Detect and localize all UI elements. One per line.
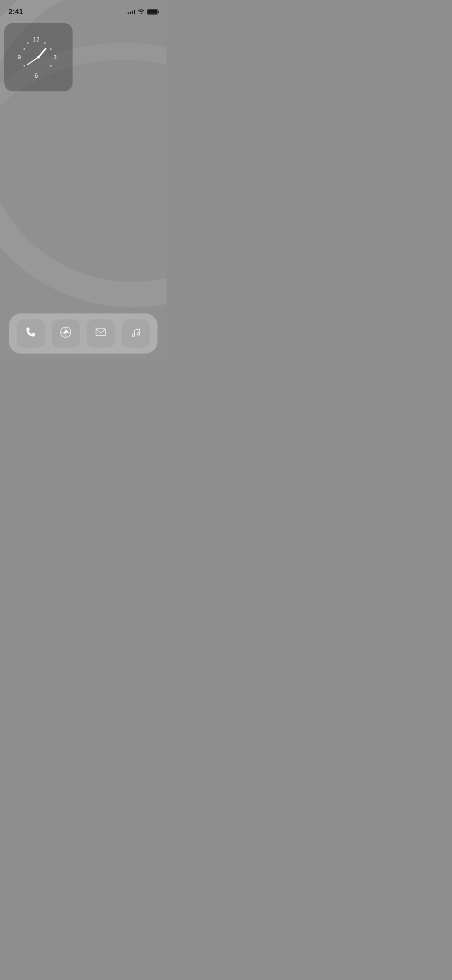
svg-point-6 [50, 65, 52, 67]
status-time: 2:41 [9, 8, 23, 16]
svg-text:12: 12 [33, 36, 40, 43]
dock-music[interactable] [122, 319, 150, 348]
clock-widget[interactable]: 12 3 6 9 WidgetClub [4, 23, 73, 98]
svg-text:6: 6 [35, 72, 38, 79]
status-icons [128, 9, 158, 15]
svg-point-12 [37, 56, 40, 59]
svg-point-7 [23, 65, 25, 67]
svg-point-4 [44, 42, 46, 44]
dock-phone[interactable] [17, 319, 45, 348]
status-bar: 2:41 [0, 0, 166, 19]
battery-icon [147, 9, 158, 15]
safari-icon [59, 326, 72, 342]
music-icon [129, 326, 142, 342]
svg-point-5 [50, 48, 52, 50]
svg-point-8 [23, 48, 25, 50]
signal-icon [128, 10, 135, 14]
svg-text:9: 9 [17, 54, 21, 61]
svg-line-10 [28, 57, 38, 64]
mail-icon [94, 326, 107, 342]
wifi-icon [138, 9, 145, 15]
phone-icon [24, 326, 37, 342]
svg-point-9 [27, 42, 29, 44]
svg-text:3: 3 [53, 54, 57, 61]
dock [9, 313, 157, 354]
svg-line-11 [38, 49, 46, 57]
dock-safari[interactable] [52, 319, 80, 348]
dock-mail[interactable] [87, 319, 115, 348]
